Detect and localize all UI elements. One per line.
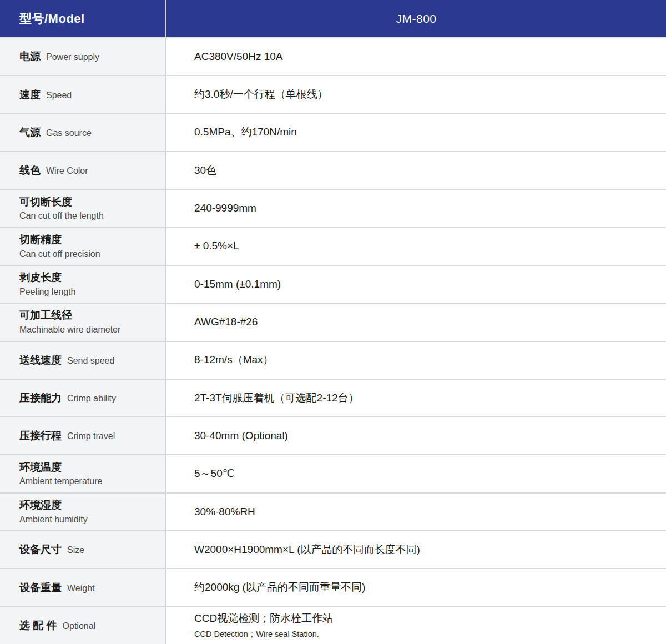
spec-label-zh: 剥皮长度 bbox=[19, 271, 62, 283]
spec-label-cell: 线色Wire Color bbox=[0, 152, 167, 189]
spec-label-en: Speed bbox=[46, 90, 72, 100]
spec-row: 送线速度Send speed8-12m/s（Max） bbox=[0, 341, 666, 379]
spec-value: 2T-3T伺服压着机（可选配2-12台） bbox=[194, 391, 655, 405]
spec-label: 环境温度Ambient temperature bbox=[19, 461, 160, 487]
table-header: 型号/Model JM-800 bbox=[0, 0, 666, 37]
spec-row: 设备重量Weight约2000kg (以产品的不同而重量不同) bbox=[0, 568, 666, 606]
spec-value: 8-12m/s（Max） bbox=[194, 353, 655, 367]
spec-value-cell: 30色 bbox=[167, 152, 666, 189]
spec-row: 速度Speed约3.0秒/一个行程（单根线） bbox=[0, 75, 666, 113]
spec-label-zh: 环境湿度 bbox=[19, 499, 62, 511]
spec-row: 线色Wire Color30色 bbox=[0, 151, 666, 189]
spec-label-en: Crimp travel bbox=[67, 431, 115, 441]
spec-value-cell: CCD视觉检测；防水栓工作站CCD Detection；Wire seal St… bbox=[167, 607, 666, 644]
spec-value: 0-15mm (±0.1mm) bbox=[194, 278, 655, 291]
spec-label-cell: 可切断长度Can cut off the length bbox=[0, 190, 167, 227]
spec-label-cell: 切断精度Can cut off precision bbox=[0, 228, 167, 265]
spec-value-cell: AWG#18-#26 bbox=[167, 304, 666, 340]
spec-value-cell: 8-12m/s（Max） bbox=[167, 342, 666, 379]
spec-value-cell: 约2000kg (以产品的不同而重量不同) bbox=[167, 569, 666, 606]
spec-row: 电源Power supplyAC380V/50Hz 10A bbox=[0, 37, 666, 75]
spec-value: 30-40mm (Optional) bbox=[194, 429, 655, 443]
spec-label-en: Can cut off the length bbox=[19, 210, 160, 222]
spec-row: 环境湿度Ambient humidity30%-80%RH bbox=[0, 492, 666, 530]
spec-label: 线色Wire Color bbox=[19, 164, 160, 177]
spec-label-cell: 压接能力Crimp ability bbox=[0, 380, 167, 416]
spec-value: 30%-80%RH bbox=[194, 505, 655, 519]
spec-label: 送线速度Send speed bbox=[19, 354, 160, 367]
spec-value: W2000×H1900mm×L (以产品的不同而长度不同) bbox=[194, 543, 655, 557]
spec-label: 设备重量Weight bbox=[19, 581, 160, 595]
spec-value-cell: 约3.0秒/一个行程（单根线） bbox=[167, 76, 666, 113]
spec-label-zh: 切断精度 bbox=[19, 234, 62, 245]
spec-label-zh: 可切断长度 bbox=[19, 196, 72, 208]
spec-label-zh: 设备重量 bbox=[19, 582, 62, 593]
spec-label-cell: 气源Gas source bbox=[0, 114, 167, 151]
spec-value: CCD视觉检测；防水栓工作站 bbox=[194, 612, 655, 626]
spec-label-cell: 压接行程Crimp travel bbox=[0, 417, 167, 454]
spec-row: 可切断长度Can cut off the length240-9999mm bbox=[0, 189, 666, 227]
spec-value-cell: 30%-80%RH bbox=[167, 494, 666, 530]
spec-value-sub: CCD Detection；Wire seal Station. bbox=[194, 629, 655, 640]
spec-label-zh: 线色 bbox=[19, 164, 41, 176]
spec-label-en: Ambient humidity bbox=[19, 514, 160, 525]
spec-label-zh: 压接行程 bbox=[19, 430, 62, 441]
spec-value-cell: 240-9999mm bbox=[167, 190, 666, 227]
spec-label-en: Send speed bbox=[67, 356, 114, 365]
spec-value-cell: ± 0.5%×L bbox=[167, 228, 666, 265]
spec-label-cell: 环境温度Ambient temperature bbox=[0, 455, 167, 492]
spec-label-zh: 送线速度 bbox=[19, 354, 62, 366]
spec-label-cell: 环境湿度Ambient humidity bbox=[0, 494, 167, 530]
spec-label-en: Wire Color bbox=[46, 166, 88, 175]
header-model-label: 型号/Model bbox=[0, 0, 167, 37]
spec-label-zh: 速度 bbox=[19, 89, 41, 100]
spec-value-cell: 5～50℃ bbox=[167, 455, 666, 492]
spec-value-cell: AC380V/50Hz 10A bbox=[167, 38, 666, 75]
spec-row: 切断精度Can cut off precision± 0.5%×L bbox=[0, 227, 666, 265]
spec-label-cell: 选 配 件Optional bbox=[0, 607, 167, 644]
spec-value-cell: 0.5MPa、约170N/min bbox=[167, 114, 666, 151]
spec-label: 速度Speed bbox=[19, 88, 160, 102]
spec-label-en: Gas source bbox=[46, 128, 92, 138]
spec-row: 压接能力Crimp ability2T-3T伺服压着机（可选配2-12台） bbox=[0, 379, 666, 416]
spec-label-zh: 设备尺寸 bbox=[19, 544, 62, 555]
spec-label-zh: 电源 bbox=[19, 51, 41, 62]
spec-label-cell: 电源Power supply bbox=[0, 38, 167, 75]
spec-row: 环境温度Ambient temperature5～50℃ bbox=[0, 454, 666, 492]
spec-label-en: Size bbox=[67, 545, 84, 555]
spec-label-cell: 速度Speed bbox=[0, 76, 167, 113]
spec-value: 240-9999mm bbox=[194, 202, 655, 215]
spec-label-zh: 选 配 件 bbox=[19, 620, 57, 631]
spec-label: 气源Gas source bbox=[19, 126, 160, 139]
spec-label: 选 配 件Optional bbox=[19, 619, 160, 632]
spec-value: ± 0.5%×L bbox=[194, 239, 655, 253]
spec-value-cell: 0-15mm (±0.1mm) bbox=[167, 266, 666, 303]
spec-row: 选 配 件OptionalCCD视觉检测；防水栓工作站CCD Detection… bbox=[0, 606, 666, 644]
spec-label: 可加工线径Machinable wire diameter bbox=[19, 309, 160, 335]
spec-label-en: Can cut off precision bbox=[19, 249, 160, 260]
spec-label-cell: 剥皮长度Peeling length bbox=[0, 266, 167, 303]
spec-label: 压接能力Crimp ability bbox=[19, 391, 160, 405]
spec-label: 切断精度Can cut off precision bbox=[19, 233, 160, 260]
spec-value-cell: 2T-3T伺服压着机（可选配2-12台） bbox=[167, 380, 666, 416]
spec-value: 30色 bbox=[194, 164, 655, 178]
header-model-value: JM-800 bbox=[167, 0, 666, 37]
spec-label-cell: 送线速度Send speed bbox=[0, 342, 167, 379]
spec-rows: 电源Power supplyAC380V/50Hz 10A速度Speed约3.0… bbox=[0, 37, 666, 644]
spec-label-zh: 环境温度 bbox=[19, 461, 62, 473]
spec-label-en: Ambient temperature bbox=[19, 476, 160, 487]
spec-label: 电源Power supply bbox=[19, 50, 160, 63]
spec-label-zh: 可加工线径 bbox=[19, 309, 72, 321]
spec-value: AWG#18-#26 bbox=[194, 315, 655, 329]
spec-label-cell: 可加工线径Machinable wire diameter bbox=[0, 304, 167, 340]
spec-label: 环境湿度Ambient humidity bbox=[19, 499, 160, 525]
spec-table: 型号/Model JM-800 电源Power supplyAC380V/50H… bbox=[0, 0, 666, 644]
spec-value-cell: W2000×H1900mm×L (以产品的不同而长度不同) bbox=[167, 531, 666, 568]
spec-row: 气源Gas source0.5MPa、约170N/min bbox=[0, 113, 666, 151]
spec-label-en: Peeling length bbox=[19, 286, 160, 298]
spec-row: 剥皮长度Peeling length0-15mm (±0.1mm) bbox=[0, 265, 666, 303]
spec-label-en: Optional bbox=[63, 621, 96, 631]
spec-value: AC380V/50Hz 10A bbox=[194, 50, 655, 64]
spec-value: 5～50℃ bbox=[194, 467, 655, 481]
spec-row: 压接行程Crimp travel30-40mm (Optional) bbox=[0, 416, 666, 454]
